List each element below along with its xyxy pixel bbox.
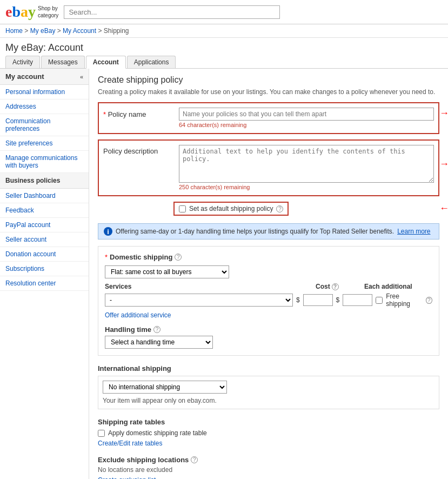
handling-label: Handling time	[105, 325, 151, 334]
sidebar-item-paypal[interactable]: PayPal account	[0, 218, 89, 232]
intl-select[interactable]: No international shipping	[103, 381, 227, 394]
policy-name-input[interactable]	[179, 108, 434, 121]
policy-name-box: * Policy name 64 character(s) remaining	[98, 102, 439, 134]
apply-rate-label: Apply domestic shipping rate table	[108, 429, 207, 437]
sidebar-item-subscriptions[interactable]: Subscriptions	[0, 262, 89, 276]
policy-desc-chars: 250 character(s) remaining	[179, 184, 250, 190]
section-title: Create shipping policy	[98, 75, 439, 85]
create-exclusion-link[interactable]: Create exclusion list	[98, 476, 156, 479]
sidebar-item-personal[interactable]: Personal information	[0, 85, 89, 99]
cost-col-header: Cost ?	[316, 283, 364, 290]
tab-messages[interactable]: Messages	[41, 56, 85, 68]
handling-time-section: Handling time ? Select a handling time	[105, 325, 432, 349]
rate-tables-section: Shipping rate tables Apply domestic ship…	[98, 418, 439, 447]
breadcrumb-myebay[interactable]: My eBay	[30, 27, 56, 35]
policy-desc-label: Policy description	[103, 145, 179, 155]
sidebar-section-header: My account «	[0, 69, 89, 85]
exclude-section: Exclude shipping locations ? No location…	[98, 456, 439, 479]
breadcrumb: Home > My eBay > My Account > Shipping	[0, 24, 448, 38]
sidebar-item-communication[interactable]: Communication preferences	[0, 114, 89, 136]
service-select[interactable]: -	[105, 294, 293, 307]
each-add-dollar-sign: $	[336, 296, 340, 304]
intl-label: International shipping	[98, 364, 439, 372]
sidebar: My account « Personal information Addres…	[0, 69, 89, 479]
tabs: Activity Messages Account Applications	[0, 54, 448, 69]
default-policy-label: Set as default shipping policy	[189, 205, 273, 212]
default-policy-checkbox[interactable]	[179, 205, 186, 212]
policy-name-label: * Policy name	[103, 110, 179, 118]
info-text: Offering same-day or 1-day handling time…	[116, 228, 394, 235]
info-banner: i Offering same-day or 1-day handling ti…	[98, 223, 439, 239]
each-add-input[interactable]	[343, 294, 372, 306]
create-edit-link[interactable]: Create/Edit rate tables	[98, 440, 162, 447]
ebay-logo: ebay Shop bycategory	[5, 3, 58, 21]
header: ebay Shop bycategory	[0, 0, 448, 24]
cost-dollar-sign: $	[296, 296, 300, 304]
domestic-shipping-section: * Domestic shipping ? Flat: same cost to…	[98, 246, 439, 356]
handling-time-select[interactable]: Select a handling time	[105, 336, 213, 349]
services-col-header: Services	[105, 283, 316, 290]
breadcrumb-current: Shipping	[104, 27, 129, 35]
main-layout: My account « Personal information Addres…	[0, 69, 448, 479]
default-policy-help-icon[interactable]: ?	[276, 205, 283, 212]
intl-shipping-section: International shipping No international …	[98, 364, 439, 409]
sidebar-item-seller-dashboard[interactable]: Seller Dashboard	[0, 189, 89, 203]
sidebar-item-seller-account[interactable]: Seller account	[0, 232, 89, 247]
content-area: Create shipping policy Creating a policy…	[89, 69, 448, 479]
sidebar-section-label: My account	[5, 72, 44, 81]
no-locations-text: No locations are excluded	[98, 466, 439, 474]
search-input[interactable]	[64, 5, 280, 19]
exclude-label: Exclude shipping locations	[98, 456, 189, 464]
domestic-type-select[interactable]: Flat: same cost to all buyers	[105, 265, 229, 278]
annotation-arrow-1: →	[439, 108, 448, 119]
section-desc: Creating a policy makes it available for…	[98, 88, 439, 96]
tab-activity[interactable]: Activity	[5, 56, 40, 68]
exclude-help-icon[interactable]: ?	[191, 456, 198, 463]
sidebar-item-manage-comm[interactable]: Manage communications with buyers	[0, 151, 89, 173]
free-shipping-label: Free shipping	[386, 292, 423, 308]
free-shipping-checkbox[interactable]	[376, 297, 383, 304]
policy-name-chars: 64 character(s) remaining	[179, 122, 246, 128]
info-icon: i	[104, 227, 112, 236]
tab-applications[interactable]: Applications	[127, 56, 176, 68]
free-shipping-help-icon[interactable]: ?	[426, 297, 432, 304]
sidebar-collapse-icon[interactable]: «	[80, 74, 83, 80]
tab-account[interactable]: Account	[86, 56, 126, 69]
cost-input[interactable]	[303, 294, 333, 306]
rate-tables-label: Shipping rate tables	[98, 418, 439, 426]
handling-help-icon[interactable]: ?	[153, 326, 161, 333]
policy-desc-input[interactable]	[179, 145, 434, 183]
breadcrumb-myaccount[interactable]: My Account	[63, 27, 96, 35]
sidebar-business-header: Business policies	[0, 173, 89, 189]
sidebar-item-site-prefs[interactable]: Site preferences	[0, 136, 89, 151]
sidebar-item-addresses[interactable]: Addresses	[0, 99, 89, 114]
page-title-bar: My eBay: Account	[0, 38, 448, 54]
policy-desc-box: Policy description 250 character(s) rema…	[98, 139, 439, 196]
sidebar-item-donation[interactable]: Donation account	[0, 247, 89, 262]
shop-by-category[interactable]: Shop bycategory	[38, 5, 58, 19]
page-title: My eBay: Account	[5, 42, 443, 54]
offer-additional-link[interactable]: Offer additional service	[105, 311, 171, 319]
annotation-arrow-2: →	[439, 158, 448, 170]
info-learn-more[interactable]: Learn more	[397, 228, 430, 235]
each-add-col-header: Each additional	[364, 283, 429, 290]
breadcrumb-home[interactable]: Home	[5, 27, 23, 35]
domestic-label: Domestic shipping	[110, 253, 172, 261]
annotation-arrow-3: ←	[439, 203, 448, 214]
search-bar	[64, 5, 443, 19]
domestic-help-icon[interactable]: ?	[175, 254, 182, 261]
default-policy-row: Set as default shipping policy ?	[98, 202, 439, 216]
intl-note: Your item will appear only on ebay.com.	[103, 397, 434, 404]
sidebar-item-resolution[interactable]: Resolution center	[0, 276, 89, 291]
sidebar-item-feedback[interactable]: Feedback	[0, 203, 89, 218]
rate-table-checkbox[interactable]	[98, 430, 105, 437]
cost-help-icon[interactable]: ?	[332, 283, 339, 290]
ebay-wordmark: ebay	[5, 3, 36, 21]
